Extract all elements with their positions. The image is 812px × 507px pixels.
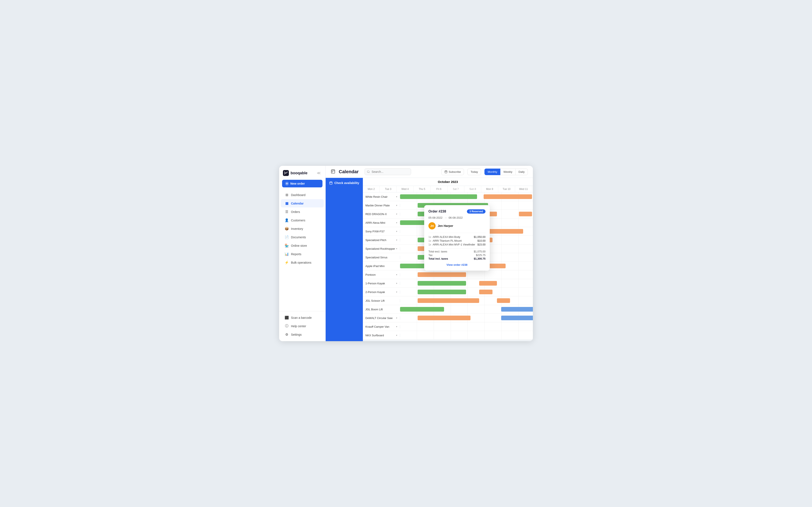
sidebar-item-customers[interactable]: 👤 Customers <box>281 216 324 224</box>
order-popup: Order #238 3 Reserved 05-08-2022 → 06-08… <box>424 205 490 271</box>
sidebar-item-online-store[interactable]: 🏪 Online store <box>281 241 324 250</box>
cal-cells-15 <box>400 322 533 331</box>
chevron-down-icon: ▾ <box>396 213 397 216</box>
chevron-down-icon: ▾ <box>396 317 397 320</box>
subscribe-button[interactable]: Subscribe <box>441 169 464 175</box>
table-row: White Resin Chair ▾ <box>363 192 533 201</box>
list-item: 1x ARRI ALEXA Mini Body $1,050.00 <box>428 235 486 238</box>
chevron-down-icon: ▾ <box>396 282 397 285</box>
table-row: JGL Scissor Lift <box>363 296 533 305</box>
main-content: Calendar Subscribe Today Monthly Weekly … <box>326 166 533 341</box>
cal-cells-0 <box>400 192 533 201</box>
view-buttons: Monthly Weekly Daily <box>485 169 528 175</box>
orders-icon: ☰ <box>285 210 289 214</box>
item-price-1: $10.00 <box>477 239 486 242</box>
row-label-sony-pxw-fs7: Sony PXW-FS7 <box>365 230 385 233</box>
total-incl-label: Total incl. taxes <box>428 257 448 260</box>
item-name-1: ARRI Titanium PL Mount <box>433 239 477 242</box>
row-label-jgl-boom-lift: JGL Boom Lift <box>365 308 383 311</box>
item-qty-0: 1x <box>428 235 433 238</box>
sidebar-item-documents[interactable]: 📄 Documents <box>281 233 324 241</box>
sidebar-item-orders[interactable]: ☰ Orders <box>281 208 324 216</box>
cal-day-wed11: Wed 11 <box>515 186 532 192</box>
row-label-specialized-rockhopper: Specialized Rockhopper <box>365 247 395 250</box>
table-row: 2-Person Kayak ▾ <box>363 288 533 296</box>
calendar-page-icon <box>331 169 336 175</box>
chevron-down-icon: ▾ <box>396 325 397 328</box>
search-input[interactable] <box>364 168 411 175</box>
new-order-button[interactable]: + New order <box>282 180 322 187</box>
row-label-white-resin-chair: White Resin Chair <box>365 195 388 199</box>
cal-day-fri6: Fri 6 <box>430 186 448 192</box>
sidebar-item-reports[interactable]: 📊 Reports <box>281 250 324 258</box>
popup-date-arrow: → <box>444 216 447 219</box>
bulk-operations-icon: ⚡ <box>285 261 289 265</box>
cal-day-wed4: Wed 4 <box>397 186 414 192</box>
reports-icon: 📊 <box>285 252 289 256</box>
tax-label: Tax <box>428 254 433 257</box>
calendar-icon: ▦ <box>285 201 289 205</box>
popup-header: Order #238 3 Reserved <box>428 209 486 214</box>
view-weekly-button[interactable]: Weekly <box>500 169 515 175</box>
sidebar-item-bulk-operations[interactable]: ⚡ Bulk operations <box>281 258 324 267</box>
cal-cells-10 <box>400 279 533 287</box>
list-item: 1x ARRI Titanium PL Mount $10.00 <box>428 239 486 242</box>
table-row: Knauff Camper Van ▾ <box>363 322 533 331</box>
sidebar-nav: ⊞ Dashboard ▦ Calendar ☰ Orders 👤 Custom… <box>279 191 325 311</box>
item-price-0: $1,050.00 <box>474 235 486 238</box>
sidebar-item-help-center[interactable]: ⓘ Help center <box>281 322 324 330</box>
cal-cells-14 <box>400 314 533 322</box>
svg-rect-10 <box>329 182 332 184</box>
popup-customer: JH Jen Harper <box>428 222 486 229</box>
popup-order-number: Order #238 <box>428 210 446 213</box>
logo-text: booqable <box>291 171 307 175</box>
cal-day-thu12: Thu 12 <box>532 186 533 192</box>
sidebar-item-settings[interactable]: ⚙ Settings <box>281 330 324 339</box>
table-row: 1-Person Kayak ▾ <box>363 279 533 288</box>
svg-rect-1 <box>332 170 335 173</box>
sidebar-item-scan-barcode[interactable]: ⬛ Scan a barcode <box>281 314 324 322</box>
popup-totals: Total excl. taxes $1,075.00 Tax $225.75 … <box>428 248 486 260</box>
popup-reserved-badge: 3 Reserved <box>467 209 486 214</box>
popup-date-to: 06-08-2022 <box>449 216 463 219</box>
total-excl-label: Total excl. taxes <box>428 250 447 253</box>
cal-cells-16 <box>400 331 533 339</box>
chevron-down-icon: ▾ <box>396 221 397 224</box>
view-monthly-button[interactable]: Monthly <box>485 169 500 175</box>
sidebar: booqable ≪ + New order ⊞ Dashboard ▦ Cal… <box>279 166 326 341</box>
scan-barcode-icon: ⬛ <box>285 316 289 320</box>
table-row: Pontoon ▾ <box>363 270 533 279</box>
item-name-2: ARRI ALEXA Mini MVF-1 Viewfinder <box>433 243 477 246</box>
sidebar-item-dashboard[interactable]: ⊞ Dashboard <box>281 191 324 199</box>
total-incl-value: $1,300.75 <box>474 257 486 260</box>
inventory-icon: 📦 <box>285 227 289 231</box>
today-button[interactable]: Today <box>467 169 481 175</box>
view-daily-button[interactable]: Daily <box>515 169 528 175</box>
row-label-2-person-kayak: 2-Person Kayak <box>365 290 385 294</box>
sidebar-item-inventory[interactable]: 📦 Inventory <box>281 225 324 233</box>
sidebar-collapse-button[interactable]: ≪ <box>316 170 322 176</box>
check-availability-button[interactable]: Check availability <box>326 178 363 341</box>
online-store-icon: 🏪 <box>285 243 289 247</box>
row-label-knauff-camper-van: Knauff Camper Van <box>365 325 389 328</box>
chevron-down-icon: ▾ <box>396 247 397 250</box>
plus-icon: + <box>285 182 289 185</box>
chevron-down-icon: ▾ <box>396 239 397 241</box>
row-label-pontoon: Pontoon <box>365 273 375 276</box>
help-center-icon: ⓘ <box>285 324 289 328</box>
cal-day-mon2: Mon 2 <box>363 186 380 192</box>
tax-value: $225.75 <box>476 254 486 257</box>
calendar-header-row: Mon 2 Tue 3 Wed 4 Thu 5 Fri 6 Sat 7 Sun … <box>363 186 533 192</box>
row-label-jgl-scissor-lift: JGL Scissor Lift <box>365 299 385 302</box>
view-order-link[interactable]: View order #238 <box>428 263 486 266</box>
svg-rect-6 <box>445 171 447 173</box>
chevron-down-icon: ▾ <box>396 204 397 207</box>
chevron-down-icon: ▾ <box>396 195 397 198</box>
tax-row: Tax $225.75 <box>428 254 486 257</box>
total-excl-row: Total excl. taxes $1,075.00 <box>428 250 486 253</box>
sidebar-item-calendar[interactable]: ▦ Calendar <box>281 199 324 208</box>
sidebar-logo: booqable ≪ <box>279 170 325 180</box>
dashboard-icon: ⊞ <box>285 193 289 197</box>
calendar-body: White Resin Chair ▾ Marble <box>363 192 533 341</box>
total-excl-value: $1,075.00 <box>474 250 486 253</box>
